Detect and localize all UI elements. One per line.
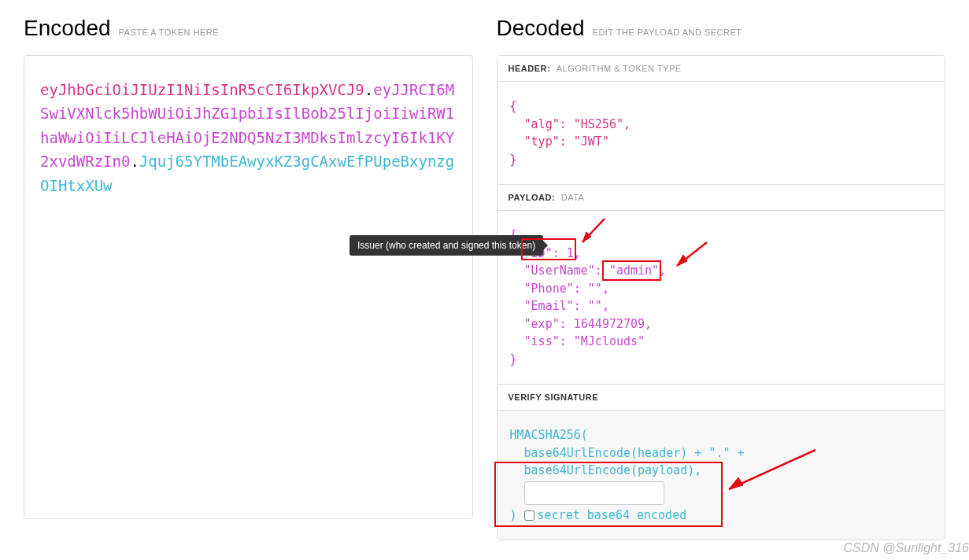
token-header-part: eyJhbGciOiJIUzI1NiIsInR5cCI6IkpXVCJ9 xyxy=(40,81,364,98)
decoded-subtitle: EDIT THE PAYLOAD AND SECRET xyxy=(593,28,742,37)
signature-section-label: VERIFY SIGNATURE xyxy=(497,384,945,411)
header-code[interactable]: { "alg": "HS256", "typ": "JWT" } xyxy=(497,82,945,184)
encoded-title-text: Encoded xyxy=(24,16,111,41)
payload-code[interactable]: { "ID": 1, "UserName": "admin", "Phone":… xyxy=(497,211,945,384)
encoded-column: Encoded PASTE A TOKEN HERE eyJhbGciOiJIU… xyxy=(24,16,473,540)
decoded-column: Decoded EDIT THE PAYLOAD AND SECRET HEAD… xyxy=(497,16,946,540)
secret-input[interactable] xyxy=(524,481,664,505)
checkbox-label: secret base64 encoded xyxy=(538,507,687,525)
decoded-title: Decoded EDIT THE PAYLOAD AND SECRET xyxy=(497,16,946,41)
encoded-title: Encoded PASTE A TOKEN HERE xyxy=(24,16,473,41)
iss-tooltip: Issuer (who created and signed this toke… xyxy=(350,235,543,256)
header-section-label: HEADER: ALGORITHM & TOKEN TYPE xyxy=(497,56,945,82)
payload-username-value: "admin", xyxy=(602,263,666,278)
decoded-title-text: Decoded xyxy=(497,16,585,41)
token-dot-2: . xyxy=(130,153,139,170)
encoded-token-box[interactable]: eyJhbGciOiJIUzI1NiIsInR5cCI6IkpXVCJ9.eyJ… xyxy=(24,55,473,519)
watermark: CSDN @Sunlight_316 xyxy=(844,541,969,555)
base64-checkbox[interactable] xyxy=(524,510,534,521)
signature-code: HMACSHA256( base64UrlEncode(header) + ".… xyxy=(497,411,945,540)
decoded-box: HEADER: ALGORITHM & TOKEN TYPE { "alg": … xyxy=(497,55,946,540)
encoded-subtitle: PASTE A TOKEN HERE xyxy=(119,28,220,37)
payload-section-label: PAYLOAD: DATA xyxy=(497,184,945,211)
token-dot-1: . xyxy=(364,81,373,98)
